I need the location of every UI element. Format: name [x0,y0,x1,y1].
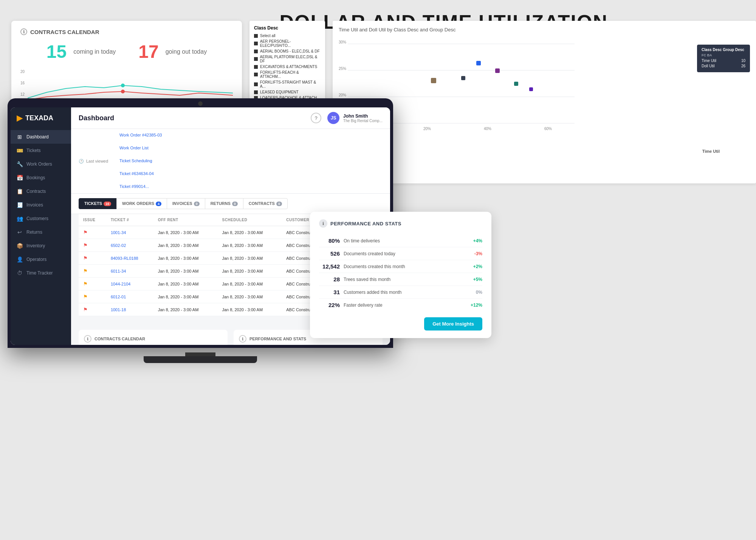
sidebar-item-dashboard[interactable]: ⊞Dashboard [11,130,71,144]
perf-label: Faster delivery rate [344,303,467,308]
bottom-card-perf-label: PERFORMANCE AND STATS [249,337,306,341]
nav-icon: 👤 [17,256,23,262]
class-item-label: FORKLIFTS-STRAIGHT MAST & A... [260,80,321,88]
last-viewed-text: Last viewed [86,159,108,163]
cell-issue: ⚑ [79,239,106,252]
sidebar-item-work-orders[interactable]: 🔧Work Orders [11,157,71,171]
sidebar-item-tickets[interactable]: 🎫Tickets [11,144,71,157]
sidebar-item-invoices[interactable]: 🧾Invoices [11,198,71,212]
cell-ticket[interactable]: 6012-01 [106,290,153,303]
nav-label: Bookings [26,175,45,180]
sidebar-item-customers[interactable]: 👥Customers [11,212,71,225]
col-scheduled: Scheduled [217,214,282,226]
perf-label: Documents created this month [344,264,469,269]
cell-issue: ⚑ [79,252,106,265]
col-ticket: Ticket # [106,214,153,226]
nav-label: Returns [26,230,42,235]
nav-icon: 🎫 [17,147,23,154]
filter-label: CONTRACTS [249,201,275,206]
cell-ticket[interactable]: 6502-02 [106,239,153,252]
filter-tab-work-orders[interactable]: WORK ORDERS4 [116,198,167,209]
svg-rect-14 [529,87,533,91]
tabs-items[interactable]: Work Order #42385-03Work Order ListTicke… [114,129,167,193]
nav-label: Customers [26,216,48,221]
cell-ticket[interactable]: 6011-34 [106,265,153,278]
perf-label: Trees saved this month [344,277,469,282]
flag-icon: ⚑ [83,281,88,287]
sidebar-item-bookings[interactable]: 📅Bookings [11,171,71,185]
sidebar-item-time-tracker[interactable]: ⏱Time Tracker [11,266,71,280]
cell-issue: ⚑ [79,290,106,303]
filter-badge: 0 [276,202,282,206]
filter-badge: 4 [156,202,161,206]
y-25: 25% [339,67,346,71]
perf-header-icon: ℹ [319,219,327,228]
flag-icon: ⚑ [83,242,88,248]
flag-icon: ⚑ [83,294,88,299]
filter-label: WORK ORDERS [122,201,154,206]
class-item-label: AERIAL BOOMS - ELEC,DSL & DF [260,49,320,53]
help-button[interactable]: ? [311,113,321,123]
perf-label: On time deliveries [344,238,469,244]
filter-tab-contracts[interactable]: CONTRACTS0 [243,198,288,209]
user-avatar: JS [327,112,339,124]
cell-off-rent: Jan 8, 2020 - 3:00 AM [153,265,218,278]
perf-header: ℹ PERFORMANCE AND STATS [319,219,482,228]
y-30: 30% [339,40,346,44]
get-more-insights-button[interactable]: Get More Insights [424,317,482,331]
bg-class-item: LEASED EQUIPMENT [254,90,321,94]
tooltip-col: FC BA [702,53,745,57]
cell-off-rent: Jan 8, 2020 - 3:00 AM [153,290,218,303]
perf-change: 0% [476,290,482,295]
svg-point-1 [121,90,125,93]
perf-value: 80% [319,237,340,244]
filter-tabs-container[interactable]: TICKETS16WORK ORDERS4INVOICES0RETURNS0CO… [79,198,287,209]
filter-tab-tickets[interactable]: TICKETS16 [79,198,117,209]
filter-tab-returns[interactable]: RETURNS0 [205,198,243,209]
perf-rows: 80% On time deliveries +4% 526 Documents… [319,234,482,311]
sidebar-item-returns[interactable]: ↩Returns [11,225,71,239]
svg-text:60%: 60% [544,127,552,131]
perf-value: 31 [319,289,340,295]
tab-work-order-list[interactable]: Work Order List [114,142,167,155]
class-checkbox [254,50,258,53]
bottom-card-perf-icon: ℹ [239,335,246,343]
bg-scatter-title: Time Util and Doll Util by Class Desc an… [339,27,750,33]
perf-row: 22% Faster delivery rate +12% [319,299,482,311]
tab-ticket-#634634-04[interactable]: Ticket #634634-04 [114,168,167,180]
cell-issue: ⚑ [79,278,106,290]
tooltip-time-value: 10 [741,59,745,63]
user-company: The Big Rental Comp... [343,119,383,123]
svg-rect-11 [495,68,500,73]
perf-change: -3% [474,251,482,256]
sidebar-item-inventory[interactable]: 📦Inventory [11,239,71,253]
y-label-12: 12 [20,92,25,96]
cell-ticket[interactable]: 1044-2104 [106,278,153,290]
flag-icon: ⚑ [83,255,88,261]
cell-off-rent: Jan 8, 2020 - 3:00 AM [153,252,218,265]
nav-label: Dashboard [26,134,49,140]
tooltip-header: Class Desc Group Desc [702,48,745,52]
bg-calendar-stats: 15 coming in today 17 going out today [20,41,233,62]
tab-ticket-scheduling[interactable]: Ticket Scheduling [114,155,167,168]
tab-ticket-#99014...[interactable]: Ticket #99014... [114,180,167,193]
tab-work-order-#42385-03[interactable]: Work Order #42385-03 [114,129,167,142]
svg-rect-12 [461,76,465,80]
going-stat: 17 going out today [138,41,207,62]
cell-ticket[interactable]: 1001-18 [106,303,153,316]
tooltip-doll-value: 26 [741,64,745,68]
cell-scheduled: Jan 8, 2020 - 3:00 AM [217,252,282,265]
perf-value: 12,542 [319,263,340,270]
cell-ticket[interactable]: 84093-RL0188 [106,252,153,265]
bg-class-title: Class Desc [254,25,321,31]
sidebar-nav: ⊞Dashboard🎫Tickets🔧Work Orders📅Bookings📋… [11,130,71,280]
user-name: John Smith [343,113,383,119]
filter-tab-invoices[interactable]: INVOICES0 [167,198,205,209]
y-20: 20% [339,93,346,97]
sidebar-item-contracts[interactable]: 📋Contracts [11,185,71,198]
nav-icon: ⏱ [17,270,23,276]
nav-icon: ⊞ [17,134,23,140]
cell-ticket[interactable]: 1001-34 [106,226,153,239]
sidebar-item-operators[interactable]: 👤Operators [11,253,71,266]
perf-header-title: PERFORMANCE AND STATS [330,221,401,227]
